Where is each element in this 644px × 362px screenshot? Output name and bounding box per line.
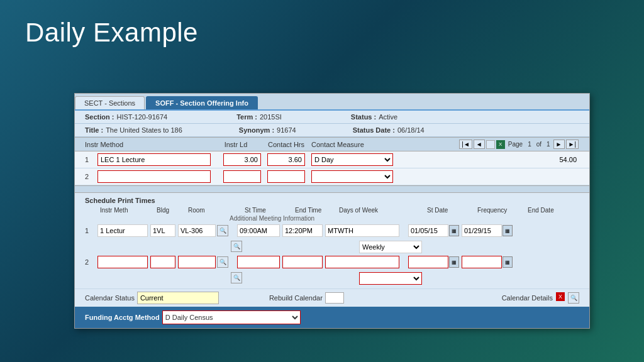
status-label: Status : xyxy=(351,113,376,121)
cal-details-label: Calendar Details xyxy=(502,294,553,302)
sched-1-end-date[interactable] xyxy=(462,224,502,237)
grid-row-2: 2 xyxy=(75,168,589,185)
sched-2-end-time[interactable] xyxy=(282,256,323,268)
sched-2-room[interactable] xyxy=(178,256,216,268)
col-header-instr-method: Instr Method xyxy=(85,141,211,148)
term-label: Term : xyxy=(236,113,257,121)
row-1-contact-measure[interactable]: D Day W Week xyxy=(311,153,393,166)
sched-2-days[interactable] xyxy=(325,256,399,268)
col-header-instr-ld: Instr Ld xyxy=(211,141,261,148)
slide-title: Daily Example xyxy=(0,0,644,58)
row-2-instr-ld[interactable] xyxy=(223,170,261,183)
sh-st-time: St Time xyxy=(245,207,295,214)
col-header-contact-hrs: Contact Hrs xyxy=(261,141,311,148)
row-1-instr-ld[interactable] xyxy=(223,153,261,166)
sched-1-instr[interactable] xyxy=(97,224,148,237)
sched-1-st-time[interactable] xyxy=(237,224,280,237)
sched-1-end-time[interactable] xyxy=(282,224,323,237)
page-total: 1 xyxy=(547,141,550,148)
col-header-contact-measure: Contact Measure xyxy=(311,141,399,148)
sched-1-st-date[interactable] xyxy=(408,224,448,237)
nav-first-btn[interactable]: |◄ xyxy=(459,140,472,149)
sched-1-st-date-btn[interactable]: ▦ xyxy=(449,225,459,236)
page-label: Page xyxy=(508,141,523,148)
tab-soff[interactable]: SOFF - Section Offering Info xyxy=(146,96,258,109)
sched-2-instr[interactable] xyxy=(97,256,148,268)
section-label: Section : xyxy=(85,113,114,121)
app-window: SECT - Sections SOFF - Section Offering … xyxy=(74,93,590,329)
cal-details-lookup-btn[interactable]: 🔍 xyxy=(568,292,579,304)
sched-row-1-num: 1 xyxy=(85,227,97,234)
status-date-label: Status Date : xyxy=(353,126,395,134)
schedule-row-1: 1 🔍 ▦ ▦ xyxy=(85,223,579,238)
title-label: Title : xyxy=(85,126,103,134)
row-2-num: 2 xyxy=(85,173,97,180)
cal-status-input[interactable] xyxy=(137,292,219,304)
tab-bar: SECT - Sections SOFF - Section Offering … xyxy=(75,94,589,111)
row-1-num: 1 xyxy=(85,156,97,163)
tab-sect[interactable]: SECT - Sections xyxy=(75,96,145,109)
sched-2-additional-btn[interactable]: 🔍 xyxy=(231,272,242,283)
schedule-section: Schedule Print Times Instr Meth Bldg Roo… xyxy=(75,193,589,288)
sched-1-bldg[interactable] xyxy=(150,224,175,237)
row-1-contact-hrs[interactable] xyxy=(267,153,305,166)
sched-2-st-date[interactable] xyxy=(408,256,448,268)
sh-st-date: St Date xyxy=(427,207,477,214)
row-2-contact-hrs[interactable] xyxy=(267,170,305,183)
sched-row-1-freq: 🔍 Weekly xyxy=(85,238,579,255)
rebuild-label: Rebuild Calendar xyxy=(269,294,323,302)
sched-1-room-lookup-btn[interactable]: 🔍 xyxy=(217,225,228,236)
sched-1-room[interactable] xyxy=(178,224,216,237)
sched-1-days[interactable] xyxy=(325,224,399,237)
schedule-col-headers: Instr Meth Bldg Room St Time End Time Da… xyxy=(85,207,579,215)
nav-prev-btn[interactable]: ◄ xyxy=(474,140,485,149)
page-current: 1 xyxy=(528,141,531,148)
excel-icon[interactable]: X xyxy=(496,140,505,149)
term-value: 2015SI xyxy=(260,113,282,121)
sh-end-date: End Date xyxy=(528,207,578,214)
nav-last-btn[interactable]: ►| xyxy=(566,140,579,149)
grid-row-1: 1 D Day W Week xyxy=(75,151,589,168)
sh-end-time: End Time xyxy=(295,207,339,214)
calendar-row: Calendar Status Rebuild Calendar Calenda… xyxy=(75,288,589,307)
sched-1-additional-btn[interactable]: 🔍 xyxy=(231,241,242,252)
sh-bldg: Bldg xyxy=(157,207,188,214)
sched-2-end-date[interactable] xyxy=(462,256,502,268)
sched-2-st-time[interactable] xyxy=(237,256,280,268)
additional-meeting-label: Additional Meeting Information xyxy=(85,215,579,223)
sched-2-st-date-btn[interactable]: ▦ xyxy=(449,256,459,268)
grid-nav: |◄ ◄ X Page 1 of 1 ► ►| xyxy=(458,140,579,149)
sched-2-freq-select[interactable] xyxy=(359,272,422,285)
row-2-contact-measure[interactable] xyxy=(311,170,393,183)
row-2-instr-method[interactable] xyxy=(97,170,211,183)
sched-row-2-num: 2 xyxy=(85,258,97,266)
cal-details-btns: X 🔍 xyxy=(555,292,579,304)
row-1-last-val[interactable] xyxy=(535,153,579,166)
cal-status-label: Calendar Status xyxy=(85,294,135,302)
cal-details-x-btn[interactable]: X xyxy=(556,292,565,301)
sh-instr: Instr Meth xyxy=(100,207,157,214)
status-value: Active xyxy=(379,113,397,121)
row-2-last-val[interactable] xyxy=(535,170,579,183)
sched-2-end-date-btn[interactable]: ▦ xyxy=(502,256,513,268)
sh-freq: Frequency xyxy=(477,207,528,214)
sched-row-2-freq: 🔍 xyxy=(85,270,579,286)
sched-2-bldg[interactable] xyxy=(150,256,175,268)
status-date-value: 06/18/14 xyxy=(397,126,425,134)
rebuild-input[interactable] xyxy=(325,292,344,304)
funding-select[interactable]: D Daily Census W Weekly Census E End of … xyxy=(162,310,301,324)
row-1-instr-method[interactable] xyxy=(97,153,211,166)
section-info-row1: Section : HIST-120-91674 Term : 2015SI S… xyxy=(75,111,589,124)
sched-1-freq-select[interactable]: Weekly xyxy=(359,241,422,253)
sched-1-end-date-btn[interactable]: ▦ xyxy=(502,225,513,236)
section-value: HIST-120-91674 xyxy=(116,113,167,121)
page-of: of xyxy=(536,141,541,148)
funding-row: Funding Acctg Method D Daily Census W We… xyxy=(75,307,589,328)
synonym-label: Synonym : xyxy=(239,126,274,134)
nav-next-btn[interactable]: ► xyxy=(553,140,565,149)
sched-2-room-lookup-btn[interactable]: 🔍 xyxy=(217,256,228,268)
schedule-title: Schedule Print Times xyxy=(85,197,579,204)
sh-room: Room xyxy=(188,207,232,214)
section-info-row2: Title : The United States to 186 Synonym… xyxy=(75,124,589,137)
nav-spacer xyxy=(486,140,495,149)
